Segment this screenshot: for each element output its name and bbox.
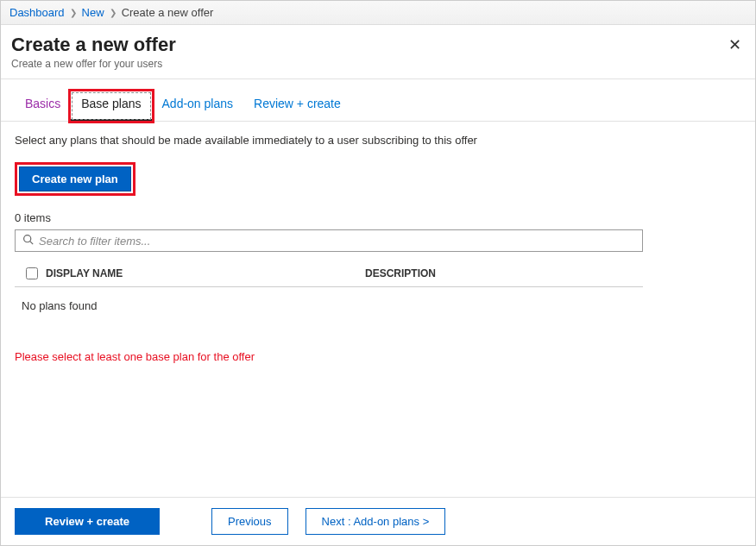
breadcrumb-link-new[interactable]: New — [82, 6, 104, 19]
tab-bar: Basics Base plans Add-on plans Review + … — [1, 79, 755, 122]
svg-point-0 — [24, 235, 31, 242]
tab-base-plans[interactable]: Base plans — [71, 91, 151, 121]
table-header: DISPLAY NAME DESCRIPTION — [15, 260, 643, 287]
review-create-button[interactable]: Review + create — [15, 508, 160, 535]
validation-error: Please select at least one base plan for… — [15, 350, 741, 363]
select-all-checkbox[interactable] — [26, 267, 38, 279]
column-header-description[interactable]: DESCRIPTION — [365, 267, 639, 279]
search-input[interactable] — [39, 235, 635, 248]
close-button[interactable]: ✕ — [725, 34, 745, 56]
empty-state-text: No plans found — [15, 287, 643, 324]
tab-add-on-plans[interactable]: Add-on plans — [152, 91, 244, 121]
column-header-display-name[interactable]: DISPLAY NAME — [46, 267, 365, 279]
page-header: Create a new offer Create a new offer fo… — [1, 25, 755, 79]
content-area: Select any plans that should be made ava… — [1, 122, 755, 497]
breadcrumb-link-dashboard[interactable]: Dashboard — [9, 6, 65, 19]
help-text: Select any plans that should be made ava… — [15, 134, 741, 147]
svg-line-1 — [30, 242, 33, 244]
breadcrumb: Dashboard ❯ New ❯ Create a new offer — [1, 1, 755, 25]
tab-basics[interactable]: Basics — [15, 91, 71, 121]
page-title: Create a new offer — [11, 34, 176, 56]
previous-button[interactable]: Previous — [211, 508, 288, 535]
footer-bar: Review + create Previous Next : Add-on p… — [1, 497, 755, 545]
items-count: 0 items — [15, 211, 741, 224]
highlight-box: Create new plan — [15, 162, 135, 196]
create-new-plan-button[interactable]: Create new plan — [19, 166, 131, 191]
chevron-right-icon: ❯ — [110, 8, 117, 17]
next-button[interactable]: Next : Add-on plans > — [306, 508, 446, 535]
search-box[interactable] — [15, 229, 643, 252]
plans-table: DISPLAY NAME DESCRIPTION No plans found — [15, 260, 643, 324]
chevron-right-icon: ❯ — [70, 8, 77, 17]
tab-review-create[interactable]: Review + create — [243, 91, 351, 121]
page-subtitle: Create a new offer for your users — [11, 58, 176, 70]
close-icon: ✕ — [728, 36, 741, 53]
breadcrumb-current: Create a new offer — [122, 6, 214, 19]
search-icon — [22, 234, 34, 248]
